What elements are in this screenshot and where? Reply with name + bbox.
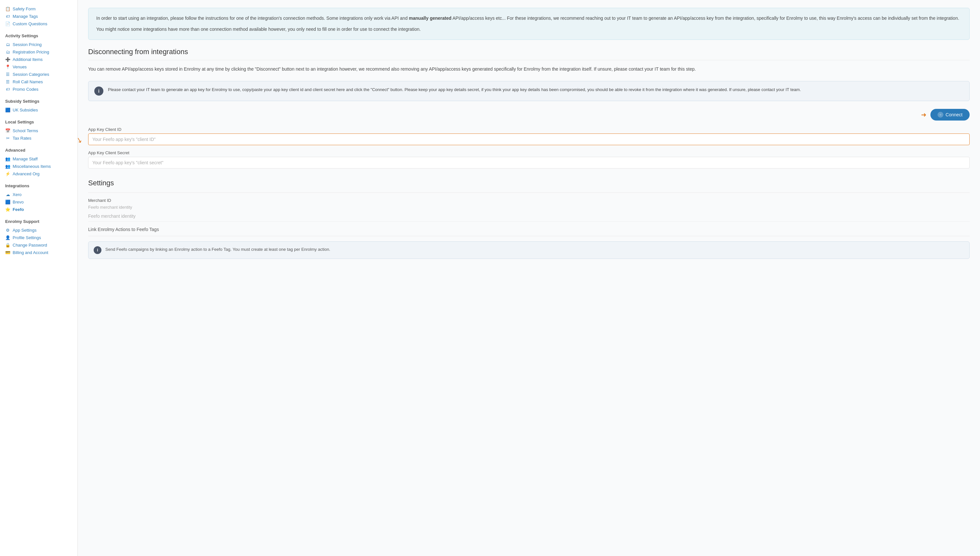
additional-items-label: Additional Items (13, 57, 43, 62)
settings-divider (88, 192, 970, 193)
sidebar-section: Local Settings📅School Terms✂Tax Rates (0, 120, 78, 142)
sidebar-item-venues[interactable]: 📍Venues (5, 63, 72, 71)
sidebar-section: 📋Safety Form🏷Manage Tags📄Custom Question… (0, 5, 78, 27)
link-info-icon: i (94, 246, 102, 254)
registration-pricing-label: Registration Pricing (13, 50, 49, 55)
session-categories-icon: ☰ (5, 72, 10, 77)
manage-staff-label: Manage Staff (13, 157, 37, 162)
brevo-icon: 🟦 (5, 200, 10, 204)
merchant-id-placeholder-text: Feefo merchant identity (88, 205, 970, 210)
advanced-org-label: Advanced Org (13, 171, 40, 176)
school-terms-label: School Terms (13, 128, 38, 133)
sidebar-item-manage-staff[interactable]: 👥Manage Staff (5, 155, 72, 163)
sidebar-item-profile-settings[interactable]: 👤Profile Settings (5, 234, 72, 241)
disconnect-heading: Disconnecting from integrations (88, 48, 970, 56)
profile-settings-icon: 👤 (5, 235, 10, 240)
connect-button[interactable]: ○ Connect (930, 109, 970, 121)
sidebar-section: Subsidy Settings🟦UK Subsidies (0, 99, 78, 114)
sidebar-item-promo-codes[interactable]: 🏷Promo Codes (5, 86, 72, 93)
sidebar-item-registration-pricing[interactable]: 🗂Registration Pricing (5, 48, 72, 56)
connect-info-banner: i Please contact your IT team to generat… (88, 81, 970, 101)
sidebar-section-title: Advanced (5, 148, 72, 153)
sidebar: 📋Safety Form🏷Manage Tags📄Custom Question… (0, 0, 78, 556)
sidebar-item-custom-questions[interactable]: 📄Custom Questions (5, 20, 72, 27)
session-pricing-label: Session Pricing (13, 42, 42, 47)
intro-info-block: In order to start using an integration, … (88, 8, 970, 40)
sidebar-item-miscellaneous-items[interactable]: 👥Miscellaneous Items (5, 163, 72, 170)
link-info-banner: i Send Feefo campaigns by linking an Enr… (88, 241, 970, 259)
app-settings-icon: ⚙ (5, 228, 10, 233)
client-secret-row: App Key Client Secret (88, 150, 970, 168)
promo-codes-label: Promo Codes (13, 87, 38, 92)
sidebar-item-xero[interactable]: ☁Xero (5, 191, 72, 198)
additional-items-icon: ➕ (5, 57, 10, 62)
promo-codes-icon: 🏷 (5, 87, 10, 92)
sidebar-section: Advanced👥Manage Staff👥Miscellaneous Item… (0, 148, 78, 178)
app-settings-label: App Settings (13, 228, 37, 233)
sidebar-section-title: Integrations (5, 183, 72, 188)
connect-row: ➜ ○ Connect (88, 109, 970, 121)
custom-questions-label: Custom Questions (13, 21, 47, 26)
info-icon: i (94, 87, 103, 95)
sidebar-item-session-categories[interactable]: ☰Session Categories (5, 71, 72, 78)
sidebar-item-additional-items[interactable]: ➕Additional Items (5, 56, 72, 63)
session-categories-label: Session Categories (13, 72, 49, 77)
client-id-input[interactable] (88, 134, 970, 145)
banner-text: Please contact your IT team to generate … (108, 87, 801, 93)
sidebar-item-school-terms[interactable]: 📅School Terms (5, 127, 72, 134)
venues-label: Venues (13, 65, 27, 70)
miscellaneous-items-icon: 👥 (5, 164, 10, 169)
sidebar-section-title: Activity Settings (5, 33, 72, 38)
xero-icon: ☁ (5, 192, 10, 197)
xero-label: Xero (13, 192, 21, 197)
form-section: ↘ App Key Client ID App Key Client Secre… (88, 127, 970, 168)
sidebar-item-roll-call-names[interactable]: ☰Roll Call Names (5, 78, 72, 86)
brevo-label: Brevo (13, 200, 24, 204)
settings-heading: Settings (88, 179, 970, 187)
main-content: In order to start using an integration, … (78, 0, 980, 556)
sidebar-section-title: Subsidy Settings (5, 99, 72, 104)
uk-subsidies-label: UK Subsidies (13, 108, 38, 112)
billing-and-account-label: Billing and Account (13, 250, 48, 255)
sidebar-item-advanced-org[interactable]: ⚡Advanced Org (5, 170, 72, 178)
link-info-text: Send Feefo campaigns by linking an Enrol… (105, 246, 330, 253)
client-id-row: ↘ App Key Client ID (88, 127, 970, 145)
school-terms-icon: 📅 (5, 128, 10, 133)
feefo-icon: ⭐ (5, 207, 10, 212)
settings-section: Settings Merchant ID Feefo merchant iden… (88, 179, 970, 259)
connect-btn-icon: ○ (938, 112, 943, 118)
merchant-id-label: Merchant ID (88, 198, 970, 203)
sidebar-item-manage-tags[interactable]: 🏷Manage Tags (5, 13, 72, 20)
sidebar-section: Enrolmy Support⚙App Settings👤Profile Set… (0, 219, 78, 256)
sidebar-item-change-password[interactable]: 🔒Change Password (5, 241, 72, 249)
venues-icon: 📍 (5, 65, 10, 70)
divider-disconnect (88, 60, 970, 60)
manage-tags-label: Manage Tags (13, 14, 38, 19)
disconnect-para: You can remove API/app/access keys store… (88, 65, 970, 73)
connect-btn-label: Connect (946, 112, 962, 117)
sidebar-item-brevo[interactable]: 🟦Brevo (5, 198, 72, 206)
sidebar-item-tax-rates[interactable]: ✂Tax Rates (5, 134, 72, 142)
arrow-right-icon: ➜ (921, 111, 927, 119)
link-section-label: Link Enrolmy Actions to Feefo Tags (88, 227, 970, 232)
sidebar-item-uk-subsidies[interactable]: 🟦UK Subsidies (5, 106, 72, 114)
sidebar-item-app-settings[interactable]: ⚙App Settings (5, 226, 72, 234)
change-password-label: Change Password (13, 243, 47, 247)
manage-tags-icon: 🏷 (5, 14, 10, 19)
change-password-icon: 🔒 (5, 243, 10, 247)
sidebar-section: Integrations☁Xero🟦Brevo⭐Feefo (0, 183, 78, 213)
sidebar-item-session-pricing[interactable]: 🗂Session Pricing (5, 41, 72, 48)
sidebar-item-billing-and-account[interactable]: 💳Billing and Account (5, 249, 72, 256)
roll-call-names-icon: ☰ (5, 79, 10, 84)
sidebar-item-feefo[interactable]: ⭐Feefo (5, 206, 72, 213)
tax-rates-icon: ✂ (5, 136, 10, 141)
sidebar-item-safety-form[interactable]: 📋Safety Form (5, 5, 72, 13)
client-secret-input[interactable] (88, 157, 970, 168)
profile-settings-label: Profile Settings (13, 235, 41, 240)
roll-call-names-label: Roll Call Names (13, 79, 43, 84)
session-pricing-icon: 🗂 (5, 42, 10, 47)
registration-pricing-icon: 🗂 (5, 50, 10, 55)
billing-and-account-icon: 💳 (5, 250, 10, 255)
miscellaneous-items-label: Miscellaneous Items (13, 164, 51, 169)
advanced-org-icon: ⚡ (5, 171, 10, 176)
